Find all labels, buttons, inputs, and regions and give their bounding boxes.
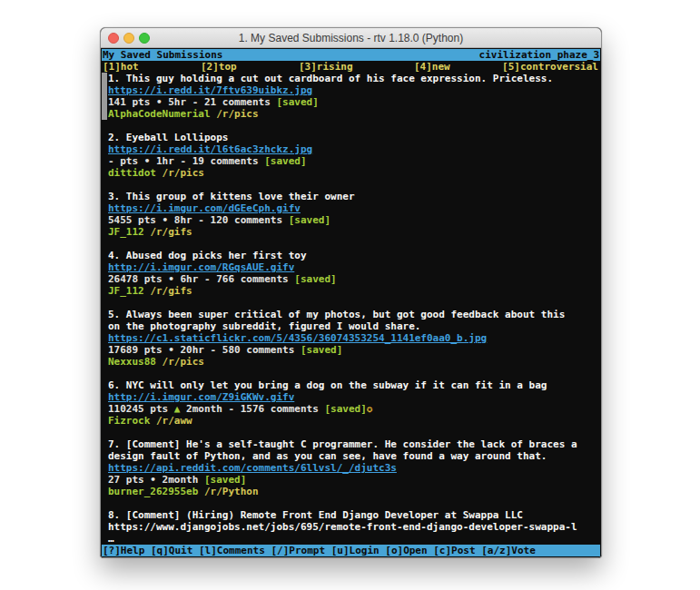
menu-item-rising[interactable]: [3]rising [299,61,353,73]
submission-title: 4. Abused dog picks her first toy [102,250,600,261]
menu-item-hot[interactable]: [1]hot [103,61,139,73]
submission[interactable]: 8. [Comment] (Hiring) Remote Front End D… [102,509,600,545]
status-bar: [?]Help [q]Quit [l]Comments [/]Prompt [u… [102,545,600,556]
submission-title: 2. Eyeball Lollipops [102,132,600,143]
submission-title: https://www.djangojobs.net/jobs/695/remo… [102,521,600,533]
submission[interactable]: 3. This group of kittens love their owne… [102,191,600,238]
submission-title: 3. This group of kittens love their owne… [102,191,600,202]
selection-cursor [102,73,107,120]
submission-title: 7. [Comment] He's a self-taught C progra… [102,438,600,450]
menu-item-controversial[interactable]: [5]controversial [502,61,598,73]
submission[interactable]: 5. Always been super critical of my phot… [102,309,600,368]
submission-stats: 26478 pts • 6hr - 766 comments [saved] [102,273,600,285]
menu-item-top[interactable]: [2]top [201,61,237,73]
submission-ellipsis: … [102,533,600,545]
submission-byline: Fizrock /r/aww [102,415,600,427]
submission-url[interactable]: https://api.reddit.com/comments/6llvsl/_… [102,462,600,474]
minimize-button[interactable] [123,33,134,44]
traffic-lights [108,28,150,48]
submission-title: design fault of Python, and as you can s… [102,450,600,462]
titlebar[interactable]: 1. My Saved Submissions - rtv 1.18.0 (Py… [101,28,601,48]
submission-stats: 110245 pts ▲ 2month - 1576 comments [sav… [102,403,600,415]
submission-title: on the photography subreddit, figured I … [102,320,600,332]
submission-byline: burner_262955eb /r/Python [102,486,600,497]
zoom-button[interactable] [139,33,150,44]
submission-stats: 5455 pts • 8hr - 120 comments [saved] [102,214,600,226]
submission[interactable]: 1. This guy holding a cut out cardboard … [102,73,600,120]
logged-in-user: civilization_phaze_3 [479,49,599,61]
submission-url[interactable]: https://i.imgur.com/dGEeCph.gifv [102,202,600,214]
submission-byline: dittidot /r/pics [102,167,600,179]
gilded-icon: ✪ [367,403,373,415]
submission[interactable]: 6. NYC will only let you bring a dog on … [102,379,600,427]
submission-title: 6. NYC will only let you bring a dog on … [102,379,600,391]
submission-byline: AlphaCodeNumerial /r/pics [102,108,600,120]
submission-url[interactable]: https://i.redd.it/7ftv639uibkz.jpg [102,84,600,96]
submission-stats: 27 pts • 2month [saved] [102,474,600,486]
keyboard-shortcuts-help: [?]Help [q]Quit [l]Comments [/]Prompt [u… [103,545,536,556]
submission-stats: 17689 pts • 20hr - 580 comments [saved] [102,344,600,356]
submission-list: 1. This guy holding a cut out cardboard … [102,73,600,545]
submission-byline: JF_112 /r/gifs [102,285,600,297]
terminal-screen[interactable]: My Saved Submissions civilization_phaze_… [101,48,601,557]
submission-stats: - pts • 1hr - 19 comments [saved] [102,155,600,167]
submission-url[interactable]: http://i.imgur.com/Z9iGKWv.gifv [102,391,600,403]
category-menu: [1]hot [2]top [3]rising [4]new [5]contro… [102,61,600,73]
submission-byline: Nexxus88 /r/pics [102,356,600,368]
submission[interactable]: 7. [Comment] He's a self-taught C progra… [102,438,600,497]
submission-title: 1. This guy holding a cut out cardboard … [102,73,600,84]
terminal-window[interactable]: 1. My Saved Submissions - rtv 1.18.0 (Py… [100,27,602,558]
submission-title: 5. Always been super critical of my phot… [102,309,600,320]
submission-byline: JF_112 /r/gifs [102,226,600,238]
submission-url[interactable]: https://i.redd.it/l6t6ac3zhckz.jpg [102,143,600,155]
close-button[interactable] [108,33,119,44]
submission-stats: 141 pts • 5hr - 21 comments [saved] [102,96,600,108]
submission-url[interactable]: https://c1.staticflickr.com/5/4356/36074… [102,332,600,344]
submission-title: 8. [Comment] (Hiring) Remote Front End D… [102,509,600,521]
header-bar: My Saved Submissions civilization_phaze_… [102,49,600,61]
submission[interactable]: 2. Eyeball Lollipopshttps://i.redd.it/l6… [102,132,600,179]
submission[interactable]: 4. Abused dog picks her first toyhttp://… [102,250,600,297]
menu-item-new[interactable]: [4]new [414,61,450,73]
submission-url[interactable]: http://i.imgur.com/RGqsAUE.gifv [102,261,600,273]
page-title: My Saved Submissions [103,49,222,61]
window-title: 1. My Saved Submissions - rtv 1.18.0 (Py… [239,32,463,44]
